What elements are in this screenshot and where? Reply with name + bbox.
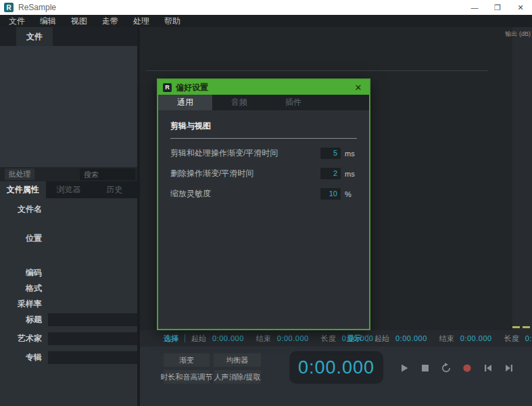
dialog-logo-icon: R — [163, 83, 172, 92]
display-mode-label[interactable]: 显示 — [347, 334, 362, 344]
setting-row: 缩放灵敏度 10 % — [170, 188, 357, 200]
selection-end-value[interactable]: 0:00.000 — [277, 334, 309, 342]
title-field[interactable] — [48, 313, 151, 326]
waveform-centerline — [146, 70, 488, 71]
edit-fade-time-input[interactable]: 5 — [320, 148, 341, 159]
record-icon[interactable] — [462, 363, 473, 374]
equalizer-button[interactable]: 均衡器 — [214, 353, 261, 367]
bottom-panel: 渐变 均衡器 时长和音高调节 人声消除/提取 0:00.000 — [140, 346, 532, 406]
sidebar-file-tabbar: 文件 — [0, 27, 137, 46]
stop-icon[interactable] — [420, 363, 431, 374]
delete-fade-time-unit: ms — [345, 170, 357, 178]
playhead-time-display: 0:00.000 — [289, 351, 383, 384]
section-divider — [170, 138, 357, 139]
batch-process-button[interactable]: 批处理 — [5, 168, 34, 180]
edit-fade-time-unit: ms — [345, 150, 357, 158]
display-start-value[interactable]: 0:00.000 — [395, 334, 427, 342]
menu-file[interactable]: 文件 — [1, 16, 32, 27]
section-title: 剪辑与视图 — [170, 120, 357, 132]
property-location: 位置 — [0, 232, 132, 245]
time-pitch-button[interactable]: 时长和音高调节 — [164, 370, 210, 384]
meter-marker — [512, 326, 520, 328]
menu-view[interactable]: 视图 — [64, 16, 95, 27]
tab-audio[interactable]: 音频 — [212, 95, 266, 110]
fade-button[interactable]: 渐变 — [164, 353, 210, 367]
property-encoding: 编码 — [0, 267, 132, 279]
sidebar-panel-tabs: 文件属性 浏览器 历史 — [0, 181, 137, 198]
play-icon[interactable] — [399, 363, 410, 374]
property-filename: 文件名 — [0, 203, 132, 216]
display-end-label: 结束 — [439, 334, 454, 344]
status-divider — [185, 334, 185, 342]
dialog-close-icon[interactable]: ✕ — [352, 83, 364, 93]
display-end-value[interactable]: 0:00.000 — [460, 334, 492, 342]
selection-start-value[interactable]: 0:00.000 — [212, 334, 244, 342]
property-format: 格式 — [0, 282, 132, 295]
menu-bar: 文件 编辑 视图 走带 处理 帮助 — [0, 15, 532, 27]
title-label: 标题 — [0, 314, 42, 325]
setting-row: 删除操作渐变/平滑时间 2 ms — [170, 168, 357, 179]
file-list-area[interactable] — [0, 46, 137, 167]
preferences-dialog: R 偏好设置 ✕ 通用 音频 插件 剪辑与视图 剪辑和处理操作渐变/平滑时间 5… — [157, 78, 370, 330]
skip-to-end-icon[interactable] — [504, 363, 514, 374]
transport-controls — [399, 363, 514, 374]
skip-to-start-icon[interactable] — [483, 363, 493, 374]
loop-icon[interactable] — [441, 363, 452, 374]
tab-file[interactable]: 文件 — [16, 27, 53, 46]
filename-label: 文件名 — [0, 204, 42, 215]
dialog-content: 剪辑与视图 剪辑和处理操作渐变/平滑时间 5 ms 删除操作渐变/平滑时间 2 … — [158, 110, 369, 200]
window-title: ReSample — [18, 3, 56, 12]
zoom-sensitivity-input[interactable]: 10 — [320, 188, 341, 200]
menu-help[interactable]: 帮助 — [157, 16, 188, 27]
album-field[interactable] — [48, 351, 151, 364]
app-logo-icon: R — [4, 3, 14, 12]
tab-file-properties[interactable]: 文件属性 — [0, 181, 46, 198]
album-label: 专辑 — [0, 352, 42, 363]
file-properties-panel: 文件名 位置 编码 格式 采样率 标题 艺术家 专辑 — [0, 198, 137, 406]
status-divider — [368, 334, 368, 342]
samplerate-label: 采样率 — [0, 298, 42, 310]
display-length-value[interactable]: 0:00.000 — [525, 334, 532, 342]
dialog-tabs: 通用 音频 插件 — [158, 95, 369, 110]
selection-end-label: 结束 — [256, 334, 271, 344]
display-length-label: 长度 — [504, 334, 519, 344]
close-icon[interactable]: ✕ — [509, 0, 532, 15]
display-start-label: 起始 — [374, 334, 389, 344]
setting-row: 剪辑和处理操作渐变/平滑时间 5 ms — [170, 148, 357, 159]
output-meter: 输出 (dB) — [512, 27, 532, 330]
selection-mode-label[interactable]: 选择 — [164, 334, 178, 344]
artist-label: 艺术家 — [0, 333, 42, 344]
search-input[interactable] — [80, 168, 135, 180]
menu-edit[interactable]: 编辑 — [32, 16, 64, 27]
minimize-icon[interactable]: — — [463, 0, 486, 15]
delete-fade-time-input[interactable]: 2 — [320, 168, 341, 179]
selection-time-group: 选择 起始 0:00.000 结束 0:00.000 长度 0:00.000 — [164, 330, 373, 346]
maximize-icon[interactable]: ❐ — [486, 0, 509, 15]
meter-marker — [523, 326, 530, 328]
zoom-sensitivity-unit: % — [345, 190, 357, 198]
edit-fade-time-label: 剪辑和处理操作渐变/平滑时间 — [170, 148, 320, 159]
property-artist: 艺术家 — [0, 332, 132, 345]
dialog-title: 偏好设置 — [176, 82, 208, 93]
selection-start-label: 起始 — [191, 334, 206, 344]
menu-transport[interactable]: 走带 — [95, 16, 126, 27]
tab-general[interactable]: 通用 — [158, 95, 212, 110]
property-album: 专辑 — [0, 351, 132, 364]
tab-plugins[interactable]: 插件 — [266, 95, 320, 110]
property-title: 标题 — [0, 313, 132, 326]
vocal-remove-button[interactable]: 人声消除/提取 — [214, 370, 261, 384]
time-status-bar: 选择 起始 0:00.000 结束 0:00.000 长度 0:00.000 显… — [140, 330, 532, 346]
menu-process[interactable]: 处理 — [126, 16, 157, 27]
tab-history[interactable]: 历史 — [91, 181, 137, 198]
batch-search-row: 批处理 — [0, 167, 137, 181]
output-meter-label: 输出 (dB) — [505, 30, 531, 39]
dialog-titlebar[interactable]: R 偏好设置 ✕ — [158, 80, 369, 95]
location-label: 位置 — [0, 233, 42, 244]
format-label: 格式 — [0, 283, 42, 294]
selection-length-label: 长度 — [321, 334, 336, 344]
window-controls: — ❐ ✕ — [463, 0, 532, 15]
artist-field[interactable] — [48, 332, 151, 345]
fx-buttons: 渐变 均衡器 时长和音高调节 人声消除/提取 — [164, 353, 261, 384]
delete-fade-time-label: 删除操作渐变/平滑时间 — [170, 168, 320, 179]
tab-browser[interactable]: 浏览器 — [46, 181, 92, 198]
